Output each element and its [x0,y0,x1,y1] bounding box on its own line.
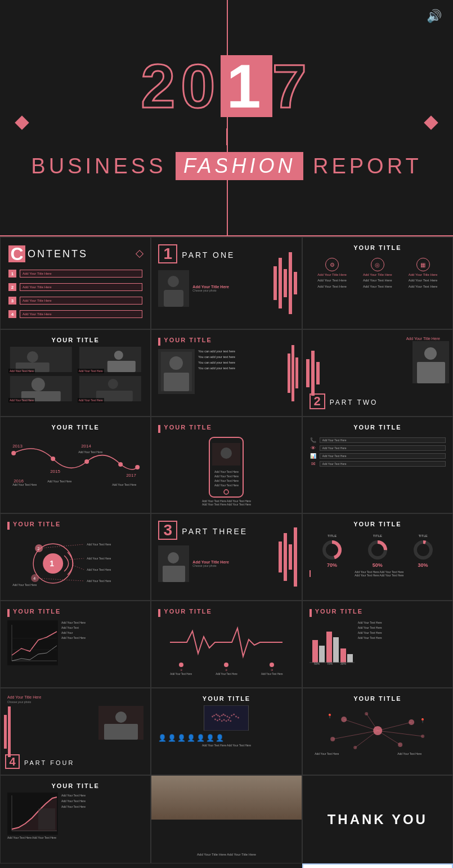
slide-world: YOUR TITLE [151,688,302,775]
svg-text:2015: 2015 [50,469,60,474]
svg-rect-75 [312,640,318,663]
slide-growth-graph: YOUR TITLE Add Your Text HereAdd Your Te… [0,775,151,863]
slide-watermark: LFPPT网提供 www.LFPPT.com [302,863,453,868]
svg-text:2014: 2014 [81,444,91,449]
slide-process: YOUR TITLE 1 2 4 Add Your Text Here Add [0,513,151,601]
slide-part-two: Add Your Title Here Choose your photo 2 … [302,329,453,417]
svg-text:Add Your Text Here: Add Your Text Here [78,450,102,454]
contents-item-3: 3 Add Your Title Here [8,297,142,305]
svg-text:2013: 2013 [12,444,23,449]
world-title: YOUR TITLE [158,695,294,702]
svg-point-93 [219,716,221,718]
svg-point-98 [229,717,231,719]
svg-rect-63 [163,566,185,582]
slide-phone: YOUR TITLE Add Your Text Here Add Your T… [151,417,302,513]
svg-text:Add Your Text Here: Add Your Text Here [87,557,111,560]
part-one-photo [158,270,189,307]
timeline-title: YOUR TITLE [7,424,143,431]
part-two-label: PART TWO [330,399,378,406]
donuts-title: YOUR TITLE [310,521,446,527]
svg-point-4 [27,351,38,363]
donut-3: TITLE 30% [412,534,434,568]
svg-text:Add Your Text Here: Add Your Text Here [87,579,111,583]
slide-grid: C ONTENTS 1 Add Your Title Here 2 Add Yo… [0,236,453,868]
icon-row-1: 📞 Add Your Text Here [310,437,446,443]
slide-thankyou: THANK YOU [302,775,453,863]
slide-photos-grid: YOUR TITLE Add Your Text Here Add Your T… [0,329,151,417]
svg-rect-76 [319,646,325,663]
svg-point-40 [221,448,232,459]
part-four-label: PART FOUR [24,759,74,766]
svg-text:Add Your Text Here: Add Your Text Here [315,752,339,755]
donut-1: TITLE 70% [321,534,343,568]
svg-point-20 [424,347,437,360]
contents-item-1: 1 Add Your Title Here [8,270,142,278]
slide-city: Add Your Title Here Add Your Title Here [151,775,302,863]
pink-bars-deco [273,238,297,329]
hero-diamonds [0,118,453,128]
svg-line-119 [344,719,378,731]
svg-rect-8 [107,361,135,372]
svg-line-124 [378,731,423,736]
part-one-label: PART ONE [182,250,235,259]
svg-text:Add Your Text Here: Add Your Text Here [87,543,111,546]
network-title: YOUR TITLE [310,695,446,702]
svg-rect-87 [104,724,138,740]
svg-point-101 [236,716,237,718]
slide-contents: C ONTENTS 1 Add Your Title Here 2 Add Yo… [0,237,151,329]
svg-point-99 [231,715,233,717]
svg-text:Add Your Text Here: Add Your Text Here [397,752,421,755]
part-one-number: 1 [158,244,177,263]
slide-timeline: YOUR TITLE 2013 2014 2015 2016 2017 Add … [0,417,151,513]
svg-point-96 [225,715,226,717]
title-right: REPORT [303,154,421,178]
text-photo-title: YOUR TITLE [164,337,212,343]
svg-text:📍: 📍 [420,718,425,723]
title-left: BUSINESS [31,154,176,178]
process-title: YOUR TITLE [13,521,61,527]
heartbeat-title: YOUR TITLE [164,608,212,615]
graph-title: YOUR TITLE [13,608,61,615]
speaker-icon: 🔊 [427,9,442,24]
icons-list-title: YOUR TITLE [310,424,446,431]
diamond-right [424,115,438,129]
svg-rect-2 [164,290,183,307]
part-three-label: PART THREE [182,527,248,536]
svg-line-122 [378,731,400,745]
svg-point-1 [168,276,179,287]
growth-title: YOUR TITLE [7,782,143,789]
slide-part-four: Add Your Title Here Choose your photo 4 … [0,688,151,775]
contents-letter: C [8,245,25,262]
svg-text:1: 1 [50,559,54,568]
svg-point-7 [114,351,123,360]
svg-point-24 [84,459,89,464]
slide-part-one: 1 PART ONE Add Your Title Here Choose yo… [151,237,302,329]
svg-point-107 [223,719,225,721]
svg-text:Add Your Text Here: Add Your Text Here [12,483,37,486]
svg-point-22 [11,451,16,455]
icon-row-2: 👁 Add Your Text Here [310,445,446,451]
svg-text:Add Your Text Here: Add Your Text Here [214,479,239,482]
svg-point-90 [214,715,216,717]
diamond-left [15,115,29,129]
svg-rect-78 [333,637,339,663]
svg-text:4: 4 [33,576,35,580]
svg-point-104 [217,719,218,721]
svg-point-109 [228,719,230,721]
svg-point-106 [221,720,223,722]
svg-rect-77 [326,632,332,663]
photos-title: YOUR TITLE [7,337,143,343]
icons-title: YOUR TITLE [310,244,446,251]
svg-point-25 [118,462,123,467]
svg-point-97 [227,716,228,718]
slide-icons-list: YOUR TITLE 📞 Add Your Text Here 👁 Add Yo… [302,417,453,513]
slide-network: YOUR TITLE 📍 📍 [302,688,453,775]
svg-text:Add Your Text Here: Add Your Text Here [214,470,239,473]
svg-text:Add Your Text Here: Add Your Text Here [214,484,239,487]
svg-point-103 [215,718,217,720]
svg-point-62 [168,552,179,563]
slide-graph: YOUR TITLE Add Your Text HereAdd Your Te… [0,601,151,688]
svg-point-68 [415,542,431,558]
svg-point-10 [32,378,45,391]
svg-text:📍: 📍 [327,713,333,719]
